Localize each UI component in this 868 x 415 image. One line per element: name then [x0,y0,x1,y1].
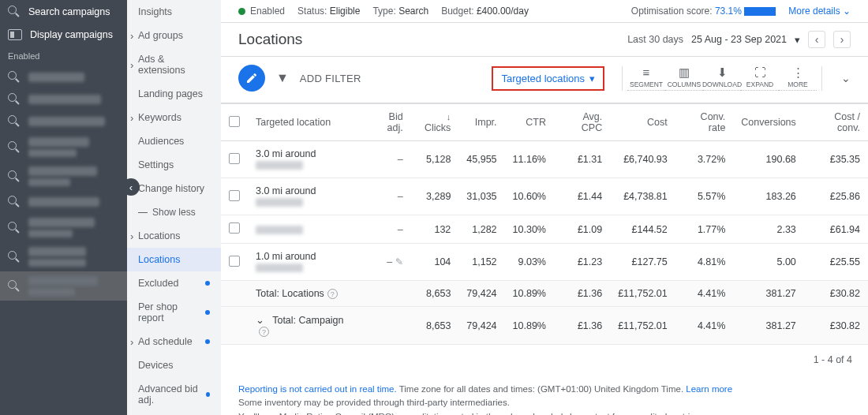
campaign-item[interactable] [0,133,127,162]
filter-icon[interactable]: ▼ [276,71,289,85]
location-cell[interactable]: 3.0 mi around [248,141,365,178]
targeted-locations-dropdown[interactable]: Targeted locations▾ [492,66,604,91]
search-icon [8,170,21,183]
table-row: 3.0 mi around – 5,12845,95511.16%£1.31£6… [221,141,868,178]
sidebar-item[interactable]: Advanced bid adj. [127,377,221,412]
nav-search-campaigns[interactable]: Search campaigns [0,0,127,24]
chevron-down-icon: ⌄ [843,6,851,17]
column-header[interactable]: Bid adj. [365,104,411,141]
expand-icon: ⛶ [754,66,766,78]
download-button[interactable]: ⬇DOWNLOAD [703,66,741,91]
campaign-item[interactable] [0,191,127,213]
search-icon [8,222,21,234]
dropdown-icon: ▾ [589,73,595,84]
indicator-dot-icon [205,310,210,315]
search-icon [8,6,21,18]
column-header[interactable]: Impr. [458,104,504,141]
pencil-icon [245,72,258,84]
collapse-handle[interactable]: ‹ [122,178,140,196]
column-header[interactable]: Targeted location [248,104,365,141]
campaign-item[interactable] [0,271,127,301]
search-icon [8,196,21,208]
chevron-down-icon[interactable]: ⌄ [256,315,264,326]
search-icon [8,280,21,293]
locations-table: Targeted locationBid adj.↓ ClicksImpr.CT… [221,103,868,345]
search-icon [8,115,21,128]
sidebar-item[interactable]: Settings [127,153,221,177]
sidebar-item[interactable]: Landing pages [127,82,221,106]
segment-icon: ≡ [643,66,650,78]
column-header[interactable]: Conversions [733,104,803,141]
budget-pair: Budget: £400.00/day [441,6,529,17]
date-range-picker[interactable]: Last 30 days 25 Aug - 23 Sep 2021 ▾ ‹ › [627,31,851,48]
segment-button[interactable]: ≡SEGMENT [627,66,665,91]
sidebar-item-locations[interactable]: Locations [127,224,221,248]
next-period-button[interactable]: › [833,31,851,48]
sidebar-item-per-shop-report[interactable]: Per shop report [127,295,221,330]
row-checkbox[interactable] [229,256,240,267]
sidebar-item[interactable]: Audiences [127,129,221,153]
campaign-item[interactable] [0,162,127,191]
row-checkbox[interactable] [229,153,240,164]
more-button[interactable]: ⋮MORE [779,66,817,91]
sidebar-item[interactable]: Ads & extensions [127,47,221,82]
help-icon[interactable]: ? [259,327,269,337]
total-label: ⌄ Total: Campaign? [248,307,365,345]
columns-button[interactable]: ▥COLUMNS [665,66,703,91]
total-row: ⌄ Total: Campaign? 8,65379,42410.89%£1.3… [221,307,868,345]
sidebar-item[interactable]: Ad schedule [127,330,221,353]
expand-button[interactable]: ⛶EXPAND [741,66,779,91]
row-checkbox[interactable] [229,190,240,201]
location-cell[interactable] [248,215,365,244]
nav-display-campaigns[interactable]: Display campaigns [0,24,127,46]
nav-label: Display campaigns [30,29,113,40]
sidebar-item[interactable]: Insights [127,0,221,24]
sidebar-item-locations[interactable]: Locations [127,248,221,271]
campaign-item[interactable] [0,88,127,110]
page-title: Locations [238,31,302,48]
learn-more-link[interactable]: Learn more [686,384,732,394]
campaign-status-bar: Enabled Status: Eligible Type: Search Bu… [221,0,868,23]
campaign-item[interactable] [0,242,127,271]
table-row: 1.0 mi around – ✎ 1041,1529.03%£1.23£127… [221,244,868,281]
edit-button[interactable] [238,65,265,92]
show-less-toggle[interactable]: Show less [127,200,221,224]
total-label: Total: Locations? [248,281,365,307]
sidebar-item[interactable]: Keywords [127,106,221,129]
type-pair: Type: Search [372,6,428,17]
search-icon [8,141,21,154]
campaign-item[interactable] [0,66,127,88]
select-all-checkbox[interactable] [229,116,240,127]
status-pair: Status: Eligible [297,6,360,17]
column-header[interactable]: Conv. rate [675,104,734,141]
campaign-item[interactable] [0,213,127,242]
column-header[interactable]: Cost [610,104,675,141]
more-details-link[interactable]: More details ⌄ [788,6,851,17]
location-cell[interactable]: 1.0 mi around [248,244,365,281]
download-icon: ⬇ [717,66,728,78]
columns-icon: ▥ [679,66,690,78]
primary-nav-sidebar: Search campaigns Display campaigns Enabl… [0,0,127,415]
table-row: – 1321,28210.30%£1.09£144.521.77%2.33£61… [221,215,868,244]
sort-down-icon: ↓ [447,112,451,122]
pencil-icon[interactable]: ✎ [395,256,403,267]
total-row: Total: Locations? 8,65379,42410.89%£1.36… [221,281,868,307]
column-header[interactable]: ↓ Clicks [411,104,459,141]
add-filter-button[interactable]: ADD FILTER [300,73,361,84]
help-icon[interactable]: ? [327,289,338,299]
sidebar-item[interactable]: Devices [127,353,221,377]
nav-section-label: Enabled [0,46,127,66]
prev-period-button[interactable]: ‹ [808,31,825,48]
expand-panel-button[interactable]: ⌄ [841,72,851,84]
column-header[interactable]: CTR [505,104,554,141]
display-icon [8,29,22,40]
row-checkbox[interactable] [229,222,240,234]
column-header[interactable]: Cost / conv. [804,104,868,141]
campaign-item[interactable] [0,110,127,133]
sidebar-item[interactable]: Ad groups [127,24,221,47]
sidebar-item-excluded[interactable]: Excluded [127,271,221,295]
sidebar-item[interactable]: Change history [127,177,221,200]
enabled-indicator[interactable]: Enabled [238,6,285,17]
column-header[interactable]: Avg. CPC [554,104,610,141]
location-cell[interactable]: 3.0 mi around [248,178,365,215]
